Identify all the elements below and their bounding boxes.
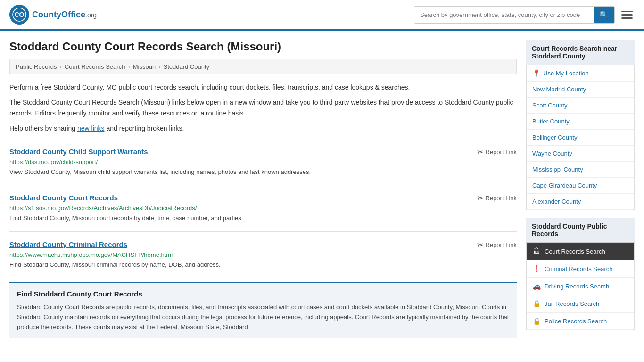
search-button[interactable]: 🔍 xyxy=(594,7,614,23)
breadcrumb-public-records[interactable]: Public Records xyxy=(16,63,57,70)
sidebar-public-records-header: Stoddard County Public Records xyxy=(526,218,635,243)
location-icon: 📍 xyxy=(532,69,540,77)
result-item-2: Stoddard County Court Records ✂ Report L… xyxy=(9,185,517,231)
svg-text:CO: CO xyxy=(15,11,25,18)
find-section: Find Stoddard County Court Records Stodd… xyxy=(9,282,517,338)
police-records-link[interactable]: 🔒 Police Records Search xyxy=(527,313,634,329)
report-link-3[interactable]: ✂ Report Link xyxy=(477,240,517,249)
sidebar-item-jail-records[interactable]: 🔒 Jail Records Search xyxy=(527,295,634,313)
police-icon: 🔒 xyxy=(532,317,541,325)
result-item-3: Stoddard County Criminal Records ✂ Repor… xyxy=(9,231,517,278)
breadcrumb-sep-3: › xyxy=(158,63,160,70)
result-header-1: Stoddard County Child Support Warrants ✂… xyxy=(9,148,517,156)
search-input[interactable] xyxy=(414,8,594,22)
report-icon-2: ✂ xyxy=(477,194,483,203)
jail-records-link[interactable]: 🔒 Jail Records Search xyxy=(527,295,634,312)
report-label-2: Report Link xyxy=(486,195,517,202)
sidebar-nearby-section: Court Records Search near Stoddard Count… xyxy=(526,40,635,210)
result-title-3[interactable]: Stoddard County Criminal Records xyxy=(9,240,127,248)
wayne-link[interactable]: Wayne County xyxy=(527,146,634,162)
sidebar-item-criminal-records[interactable]: ❗ Criminal Records Search xyxy=(527,260,634,278)
driving-records-label: Driving Records Search xyxy=(545,283,609,290)
header: CO CountyOffice.org 🔍 xyxy=(0,0,644,31)
report-label-1: Report Link xyxy=(486,148,517,156)
sidebar-item-bollinger[interactable]: Bollinger County xyxy=(527,130,634,146)
criminal-records-label: Criminal Records Search xyxy=(545,265,613,272)
result-title-1[interactable]: Stoddard County Child Support Warrants xyxy=(9,148,148,156)
desc3-suffix: and reporting broken links. xyxy=(105,124,184,132)
breadcrumb: Public Records › Court Records Search › … xyxy=(9,59,517,74)
alexander-link[interactable]: Alexander County xyxy=(527,194,634,210)
bollinger-link[interactable]: Bollinger County xyxy=(527,130,634,146)
page-title: Stoddard County Court Records Search (Mi… xyxy=(9,40,517,53)
report-link-2[interactable]: ✂ Report Link xyxy=(477,194,517,203)
result-url-2[interactable]: https://s1.sos.mo.gov/Records/Archives/A… xyxy=(9,205,517,212)
jail-icon: 🔒 xyxy=(532,300,541,307)
sidebar-item-driving-records[interactable]: 🚗 Driving Records Search xyxy=(527,278,634,295)
content-area: Stoddard County Court Records Search (Mi… xyxy=(9,40,517,338)
result-desc-3: Find Stoddard County, Missouri criminal … xyxy=(9,260,517,270)
use-location-link[interactable]: 📍 Use My Location xyxy=(527,65,634,82)
result-title-2[interactable]: Stoddard County Court Records xyxy=(9,194,118,202)
result-item-1: Stoddard County Child Support Warrants ✂… xyxy=(9,139,517,185)
sidebar-public-records-section: Stoddard County Public Records 🏛 Court R… xyxy=(526,218,635,330)
find-section-title: Find Stoddard County Court Records xyxy=(17,290,509,298)
desc3-prefix: Help others by sharing xyxy=(9,124,77,132)
sidebar: Court Records Search near Stoddard Count… xyxy=(526,40,635,338)
court-icon: 🏛 xyxy=(532,247,541,255)
driving-icon: 🚗 xyxy=(532,282,541,290)
use-location-label: Use My Location xyxy=(543,70,589,77)
sidebar-item-cape-girardeau[interactable]: Cape Girardeau County xyxy=(527,178,634,194)
criminal-records-link[interactable]: ❗ Criminal Records Search xyxy=(527,260,634,277)
sidebar-item-scott[interactable]: Scott County xyxy=(527,98,634,114)
sidebar-item-new-madrid[interactable]: New Madrid County xyxy=(527,82,634,98)
menu-button[interactable] xyxy=(619,9,635,21)
header-right: 🔍 xyxy=(414,6,635,24)
result-url-1[interactable]: https://dss.mo.gov/child-support/ xyxy=(9,158,517,165)
report-label-3: Report Link xyxy=(486,241,517,248)
sidebar-item-police-records[interactable]: 🔒 Police Records Search xyxy=(527,313,634,330)
results-container: Stoddard County Child Support Warrants ✂… xyxy=(9,139,517,278)
report-icon-1: ✂ xyxy=(477,148,483,156)
logo-icon: CO xyxy=(9,5,29,25)
new-madrid-link[interactable]: New Madrid County xyxy=(527,82,634,98)
cape-girardeau-link[interactable]: Cape Girardeau County xyxy=(527,178,634,194)
main-container: Stoddard County Court Records Search (Mi… xyxy=(0,31,644,338)
sidebar-item-mississippi[interactable]: Mississippi County xyxy=(527,162,634,178)
sidebar-item-use-location[interactable]: 📍 Use My Location xyxy=(527,65,634,82)
logo-text: CountyOffice.org xyxy=(32,10,97,20)
result-header-2: Stoddard County Court Records ✂ Report L… xyxy=(9,194,517,203)
sidebar-nearby-list: 📍 Use My Location New Madrid County Scot… xyxy=(526,65,635,210)
breadcrumb-sep-1: › xyxy=(59,63,61,70)
sidebar-item-alexander[interactable]: Alexander County xyxy=(527,194,634,210)
mississippi-link[interactable]: Mississippi County xyxy=(527,162,634,178)
description-1: Perform a free Stoddard County, MO publi… xyxy=(9,82,517,92)
description-2: The Stoddard County Court Records Search… xyxy=(9,97,517,118)
breadcrumb-missouri[interactable]: Missouri xyxy=(133,63,156,70)
jail-records-label: Jail Records Search xyxy=(545,300,599,307)
new-links[interactable]: new links xyxy=(77,124,105,132)
search-bar: 🔍 xyxy=(414,6,615,24)
sidebar-nearby-header: Court Records Search near Stoddard Count… xyxy=(526,40,635,65)
sidebar-item-wayne[interactable]: Wayne County xyxy=(527,146,634,162)
police-records-label: Police Records Search xyxy=(545,318,607,325)
driving-records-link[interactable]: 🚗 Driving Records Search xyxy=(527,278,634,295)
sidebar-item-butler[interactable]: Butler County xyxy=(527,114,634,130)
result-desc-2: Find Stoddard County, Missouri court rec… xyxy=(9,214,517,223)
result-header-3: Stoddard County Criminal Records ✂ Repor… xyxy=(9,240,517,249)
butler-link[interactable]: Butler County xyxy=(527,114,634,130)
sidebar-public-records-list: 🏛 Court Records Search ❗ Criminal Record… xyxy=(526,243,635,330)
breadcrumb-sep-2: › xyxy=(128,63,130,70)
sidebar-item-court-records[interactable]: 🏛 Court Records Search xyxy=(527,243,634,260)
logo-area: CO CountyOffice.org xyxy=(9,5,97,25)
court-records-link[interactable]: 🏛 Court Records Search xyxy=(527,243,634,260)
breadcrumb-stoddard: Stoddard County xyxy=(164,63,210,70)
breadcrumb-court-records[interactable]: Court Records Search xyxy=(65,63,125,70)
scott-link[interactable]: Scott County xyxy=(527,98,634,114)
report-icon-3: ✂ xyxy=(477,240,483,249)
result-url-3[interactable]: https://www.machs.mshp.dps.mo.gov/MACHSF… xyxy=(9,251,517,258)
description-3: Help others by sharing new links and rep… xyxy=(9,123,517,133)
report-link-1[interactable]: ✂ Report Link xyxy=(477,148,517,156)
court-records-label: Court Records Search xyxy=(545,248,605,255)
criminal-icon: ❗ xyxy=(532,265,541,272)
